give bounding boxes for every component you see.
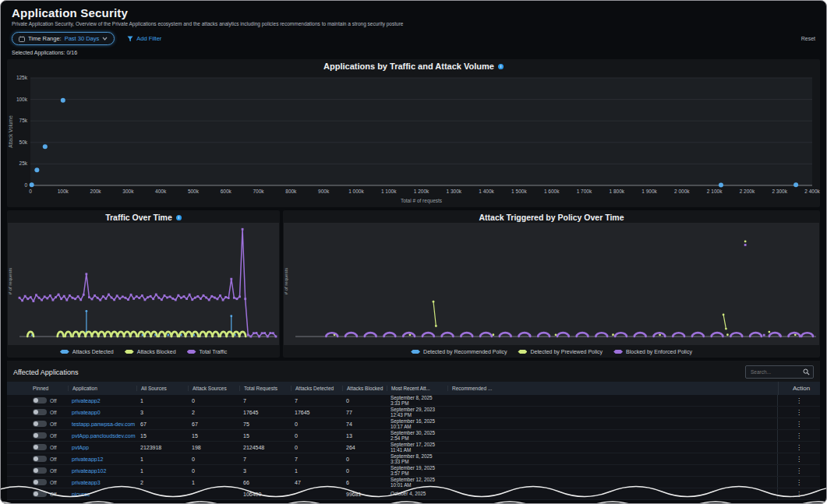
attacks-blocked-cell: 74 bbox=[342, 421, 387, 427]
legend-item[interactable]: Attacks Detected bbox=[60, 349, 114, 354]
pin-toggle[interactable] bbox=[33, 491, 47, 497]
attacks-detected-cell: 1 bbox=[291, 468, 342, 474]
search-input[interactable] bbox=[749, 368, 800, 375]
pin-toggle[interactable] bbox=[33, 432, 47, 439]
attacks-detected-cell: 0 bbox=[291, 445, 342, 450]
table-title: Affected Applications bbox=[13, 368, 78, 376]
total-requests-cell: 15 bbox=[239, 433, 291, 439]
legend-item[interactable]: Detected by Previewed Policy bbox=[518, 349, 603, 354]
row-actions-button[interactable]: ⋮ bbox=[777, 465, 820, 476]
legend-marker bbox=[60, 350, 69, 354]
application-link[interactable]: picussc bbox=[72, 492, 90, 497]
application-link[interactable]: privateapp3 bbox=[72, 480, 101, 485]
application-cell: privateapp0 bbox=[68, 410, 136, 415]
toggle-knob bbox=[34, 492, 38, 496]
pin-toggle[interactable] bbox=[33, 421, 47, 427]
most-recent-attack-cell: September 16, 202510:17 AM bbox=[387, 418, 447, 429]
attacks-detected-cell: 17645 bbox=[291, 410, 342, 415]
svg-text:500k: 500k bbox=[188, 189, 200, 194]
application-link[interactable]: privateapp12 bbox=[72, 456, 103, 462]
column-header-application[interactable]: Application bbox=[68, 386, 136, 391]
traffic-chart[interactable]: # of requests bbox=[7, 223, 280, 346]
legend-item[interactable]: Blocked by Enforced Policy bbox=[613, 349, 692, 354]
svg-text:1 300k: 1 300k bbox=[447, 189, 462, 194]
attack-sources-cell: 0 bbox=[188, 398, 239, 404]
application-link[interactable]: pvtApp bbox=[72, 445, 89, 450]
pin-toggle[interactable] bbox=[33, 479, 47, 485]
traffic-title: Traffic Over Time bbox=[105, 213, 172, 223]
toggle-state-label: Off bbox=[50, 480, 57, 485]
attack-sources-cell: 0 bbox=[188, 456, 239, 462]
pin-toggle[interactable] bbox=[33, 444, 47, 450]
column-header-pinned[interactable]: Pinned bbox=[29, 386, 68, 391]
column-header-all-sources[interactable]: All Sources bbox=[136, 386, 188, 391]
row-actions-button[interactable]: ⋮ bbox=[777, 488, 820, 499]
column-header-attack-sources[interactable]: Attack Sources bbox=[188, 386, 239, 391]
total-requests-cell: 3 bbox=[239, 468, 291, 474]
table-row: OffpvtApp212391819821245480264September … bbox=[7, 442, 820, 453]
column-header-action[interactable]: Action bbox=[778, 382, 820, 395]
row-actions-button[interactable]: ⋮ bbox=[777, 430, 820, 441]
table-row: Offpicussc10640099681October 4, 2025⋮ bbox=[7, 488, 820, 500]
legend-label: Detected by Recommended Policy bbox=[423, 349, 507, 354]
svg-text:2 200k: 2 200k bbox=[740, 189, 755, 194]
svg-text:125k: 125k bbox=[16, 75, 28, 80]
toggle-state-label: Off bbox=[50, 492, 57, 497]
all-sources-cell: 2123918 bbox=[136, 445, 188, 450]
svg-text:1 000k: 1 000k bbox=[348, 189, 364, 194]
time-range-dropdown[interactable]: Time Range: Past 30 Days bbox=[12, 32, 115, 45]
row-actions-button[interactable]: ⋮ bbox=[777, 418, 820, 429]
column-header-recommended[interactable]: Recommended ... bbox=[447, 386, 518, 391]
column-header-total-requests[interactable]: Total Requests bbox=[239, 386, 291, 391]
total-requests-cell: 75 bbox=[239, 421, 291, 427]
row-actions-button[interactable]: ⋮ bbox=[777, 407, 820, 418]
info-icon[interactable]: i bbox=[176, 215, 182, 220]
scatter-title: Applications by Traffic and Attack Volum… bbox=[323, 62, 494, 72]
search-icon[interactable] bbox=[803, 368, 810, 375]
pin-toggle[interactable] bbox=[33, 456, 47, 462]
scatter-chart[interactable]: 125k100k75k50k25k00100k200k300k400k500k6… bbox=[7, 72, 820, 207]
row-actions-button[interactable]: ⋮ bbox=[777, 477, 820, 488]
column-header-most-recent-att[interactable]: Most Recent Att... bbox=[387, 386, 447, 391]
info-icon[interactable]: i bbox=[498, 64, 504, 69]
reset-button[interactable]: Reset bbox=[801, 36, 815, 41]
svg-text:600k: 600k bbox=[221, 189, 232, 194]
column-header-attacks-blocked[interactable]: Attacks Blocked bbox=[342, 386, 387, 391]
most-recent-attack-cell: September 29, 202312:43 PM bbox=[387, 407, 447, 418]
application-cell: privateapp3 bbox=[68, 480, 136, 485]
row-actions-button[interactable]: ⋮ bbox=[777, 395, 820, 406]
application-link[interactable]: pvtApp.pancloudsdev.com bbox=[72, 433, 136, 439]
add-filter-button[interactable]: Add Filter bbox=[127, 35, 161, 42]
attack-sources-cell: 198 bbox=[188, 445, 239, 450]
application-link[interactable]: privateapp0 bbox=[72, 410, 101, 415]
application-cell: privateapp2 bbox=[68, 398, 136, 404]
pin-toggle[interactable] bbox=[33, 467, 47, 474]
application-link[interactable]: privateapp102 bbox=[72, 468, 106, 474]
pin-toggle[interactable] bbox=[33, 397, 47, 404]
attack-sources-cell: 67 bbox=[188, 421, 239, 427]
legend-label: Attacks Blocked bbox=[137, 349, 176, 354]
time-range-value: Past 30 Days bbox=[65, 35, 100, 42]
svg-text:# of requests: # of requests bbox=[8, 268, 12, 295]
legend-item[interactable]: Total Traffic bbox=[187, 349, 228, 354]
svg-text:25k: 25k bbox=[19, 160, 28, 166]
app-security-dashboard: Application Security Private Application… bbox=[0, 0, 827, 504]
pin-toggle[interactable] bbox=[33, 409, 47, 415]
application-link[interactable]: privateapp2 bbox=[72, 398, 101, 404]
legend-item[interactable]: Attacks Blocked bbox=[125, 349, 176, 354]
svg-text:100k: 100k bbox=[16, 97, 28, 102]
legend-item[interactable]: Detected by Recommended Policy bbox=[411, 349, 507, 354]
attacks-blocked-cell: 0 bbox=[342, 398, 387, 404]
policy-chart[interactable]: # of requests bbox=[283, 223, 820, 346]
table-row: Offprivateapp10210310September 19, 20253… bbox=[7, 465, 820, 477]
svg-text:700k: 700k bbox=[253, 189, 264, 194]
toggle-knob bbox=[34, 433, 38, 438]
application-link[interactable]: testapp.panwpsa-dev.com bbox=[72, 421, 135, 427]
page-title: Application Security bbox=[12, 6, 815, 19]
attacks-detected-cell: 0 bbox=[291, 421, 342, 427]
column-header-attacks-detected[interactable]: Attacks Detected bbox=[291, 386, 342, 391]
toggle-state-label: Off bbox=[50, 433, 57, 439]
row-actions-button[interactable]: ⋮ bbox=[777, 453, 820, 464]
svg-text:1 700k: 1 700k bbox=[577, 189, 592, 194]
row-actions-button[interactable]: ⋮ bbox=[777, 442, 820, 453]
